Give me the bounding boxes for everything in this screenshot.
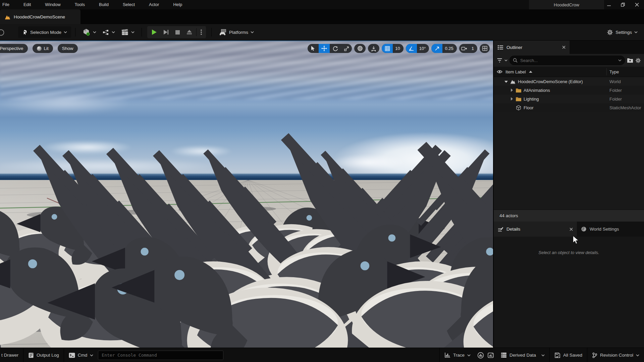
cmd-dropdown[interactable]: Cmd bbox=[64, 348, 98, 362]
outliner-tab-label: Outliner bbox=[506, 45, 522, 50]
lit-sphere-icon bbox=[37, 46, 42, 51]
scale-tool-button[interactable] bbox=[341, 44, 352, 53]
platforms-dropdown[interactable]: Platforms bbox=[216, 26, 257, 38]
blueprint-nodes-icon bbox=[102, 29, 109, 36]
menu-tools[interactable]: Tools bbox=[68, 0, 92, 9]
camera-speed-icon[interactable] bbox=[459, 44, 469, 53]
outliner-icon bbox=[498, 45, 503, 50]
scale-snap-toggle[interactable] bbox=[431, 44, 442, 53]
menu-edit[interactable]: Edit bbox=[16, 0, 38, 9]
grid-snap-value[interactable]: 10 bbox=[393, 46, 403, 51]
create-folder-icon[interactable] bbox=[627, 58, 633, 63]
perspective-dropdown[interactable]: Perspective bbox=[0, 44, 28, 53]
column-item-label[interactable]: Item Label bbox=[505, 69, 526, 74]
outliner-empty-area[interactable] bbox=[494, 112, 644, 209]
eject-button[interactable] bbox=[183, 26, 195, 38]
outliner-row[interactable]: HoodedCrowDemoScene (Editor)World bbox=[494, 77, 644, 86]
menu-select[interactable]: Select bbox=[116, 0, 142, 9]
outliner-settings-icon[interactable] bbox=[635, 58, 641, 63]
menu-help[interactable]: Help bbox=[166, 0, 189, 9]
column-type-label[interactable]: Type bbox=[609, 69, 619, 74]
camera-speed-value[interactable]: 1 bbox=[469, 46, 477, 51]
output-log-button[interactable]: Output Log bbox=[23, 348, 64, 362]
insights-icon[interactable] bbox=[477, 352, 484, 359]
row-label: AllAnimations bbox=[524, 88, 550, 93]
menu-build[interactable]: Build bbox=[92, 0, 116, 9]
play-options-button[interactable] bbox=[198, 26, 205, 38]
tab-details[interactable]: Details bbox=[494, 222, 577, 237]
recent-assets-icon[interactable] bbox=[0, 26, 7, 38]
unreal-editor-window: FileEditWindowToolsBuildSelectActorHelp … bbox=[0, 0, 644, 362]
tab-hoodedcrowdemoscene[interactable]: HoodedCrowDemoScene bbox=[0, 9, 80, 24]
close-button[interactable] bbox=[630, 0, 644, 9]
play-button[interactable] bbox=[148, 26, 160, 38]
save-icon bbox=[554, 352, 560, 358]
menu-bar: FileEditWindowToolsBuildSelectActorHelp bbox=[0, 0, 189, 9]
outliner-row[interactable]: LightingFolder bbox=[494, 95, 644, 103]
trace-dropdown[interactable]: Trace bbox=[440, 348, 475, 362]
content-drawer-button[interactable]: t Drawer bbox=[0, 348, 23, 362]
frame-skip-button[interactable] bbox=[160, 26, 172, 38]
move-tool-button[interactable] bbox=[319, 44, 330, 53]
details-hint-text: Select an object to view details. bbox=[538, 250, 599, 255]
tab-outliner[interactable]: Outliner bbox=[494, 41, 570, 54]
transform-tools bbox=[308, 44, 352, 53]
cinematics-dropdown[interactable] bbox=[118, 26, 138, 38]
caret-closed-icon[interactable] bbox=[509, 86, 514, 95]
scene-layer bbox=[0, 41, 493, 348]
outliner-row[interactable]: AllAnimationsFolder bbox=[494, 86, 644, 95]
rotate-tool-button[interactable] bbox=[330, 44, 341, 53]
row-label: HoodedCrowDemoScene (Editor) bbox=[518, 79, 583, 84]
revision-control-icon bbox=[592, 352, 597, 358]
viewport-3d[interactable]: Perspective Lit Show bbox=[0, 41, 493, 348]
cmd-label: Cmd bbox=[78, 353, 88, 358]
filter-chevron-icon[interactable] bbox=[504, 59, 507, 61]
outliner-close-button[interactable] bbox=[562, 46, 566, 49]
minimize-button[interactable] bbox=[602, 0, 616, 9]
all-saved-button[interactable]: All Saved bbox=[550, 348, 587, 362]
grid-snap-control: 10 bbox=[382, 44, 403, 53]
tab-world-settings[interactable]: World Settings bbox=[577, 222, 644, 237]
session-monitor-icon[interactable] bbox=[487, 352, 494, 359]
details-close-button[interactable] bbox=[570, 228, 573, 231]
menu-file[interactable]: File bbox=[0, 0, 16, 9]
select-tool-button[interactable] bbox=[308, 44, 319, 53]
rotation-snap-toggle[interactable] bbox=[406, 44, 417, 53]
lit-dropdown[interactable]: Lit bbox=[33, 44, 53, 53]
lit-label: Lit bbox=[44, 46, 49, 51]
settings-dropdown[interactable]: Settings bbox=[604, 26, 641, 38]
caret-closed-icon[interactable] bbox=[509, 95, 514, 103]
selection-mode-dropdown[interactable]: Selection Mode bbox=[18, 26, 71, 38]
menu-actor[interactable]: Actor bbox=[142, 0, 166, 9]
surface-snapping-button[interactable] bbox=[368, 44, 379, 53]
caret-open-icon[interactable] bbox=[504, 77, 508, 86]
revision-control-dropdown[interactable]: Revision Control bbox=[587, 348, 644, 362]
add-actor-dropdown[interactable] bbox=[79, 26, 99, 38]
row-label: Lighting bbox=[524, 97, 539, 102]
caret-spacer bbox=[509, 103, 514, 112]
derived-data-label: Derived Data bbox=[509, 353, 536, 358]
show-dropdown[interactable]: Show bbox=[58, 44, 78, 53]
search-input[interactable] bbox=[520, 58, 616, 63]
blueprints-dropdown[interactable] bbox=[99, 26, 118, 38]
derived-data-dropdown[interactable]: Derived Data bbox=[496, 348, 549, 362]
stop-button[interactable] bbox=[172, 26, 183, 38]
quad-view-button[interactable] bbox=[480, 44, 490, 53]
trace-label: Trace bbox=[453, 353, 465, 358]
chevron-down-icon bbox=[636, 354, 639, 356]
filter-icon[interactable] bbox=[497, 58, 502, 63]
rotation-snap-value[interactable]: 10° bbox=[417, 46, 429, 51]
all-saved-label: All Saved bbox=[563, 353, 582, 358]
console-command-input[interactable] bbox=[98, 351, 223, 360]
scale-snap-value[interactable]: 0.25 bbox=[442, 46, 457, 51]
world-space-toggle[interactable] bbox=[354, 44, 366, 53]
menu-window[interactable]: Window bbox=[38, 0, 67, 9]
restore-button[interactable] bbox=[616, 0, 630, 9]
search-options-chevron-icon[interactable] bbox=[618, 59, 622, 61]
grid-snap-toggle[interactable] bbox=[382, 44, 393, 53]
visibility-column-icon[interactable] bbox=[497, 70, 502, 74]
outliner-row[interactable]: FloorStaticMeshActor bbox=[494, 103, 644, 112]
row-type: Folder bbox=[609, 97, 644, 102]
output-log-label: Output Log bbox=[37, 353, 59, 358]
window-title: HoodedCrow bbox=[529, 0, 604, 9]
